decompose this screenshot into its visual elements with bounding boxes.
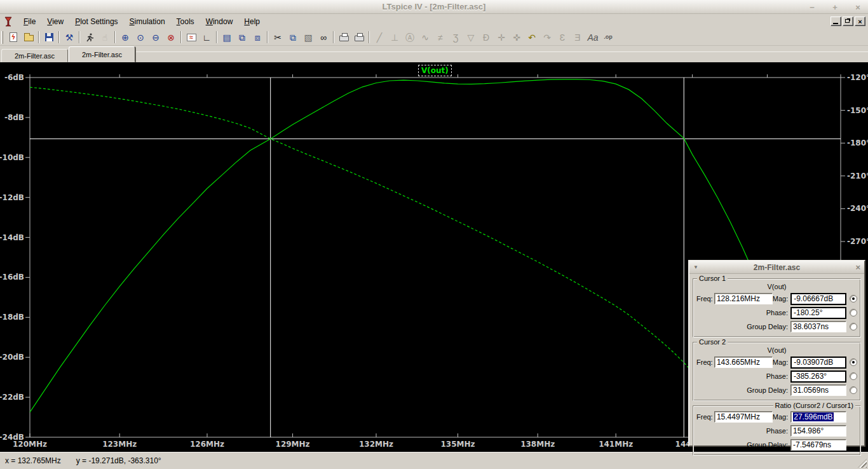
cursor1-gd-radio[interactable] <box>850 323 857 330</box>
cursor2-phase-radio[interactable] <box>850 372 857 380</box>
tile-vertical-icon[interactable]: ⧈ <box>250 31 265 44</box>
component-icon[interactable]: Ɖ <box>478 31 494 44</box>
ratio-gd-label: Group Delay: <box>747 441 790 449</box>
print-icon[interactable] <box>351 31 367 44</box>
window-close-button[interactable]: × <box>851 3 864 12</box>
drag-icon[interactable]: ✜ <box>509 31 524 44</box>
ratio-phase-field[interactable]: 154.986° <box>790 425 846 437</box>
restore-icon <box>845 19 850 23</box>
cursor1-gd-field[interactable]: 38.6037ns <box>790 321 846 332</box>
cascade-windows-icon[interactable]: ⧉ <box>234 31 250 44</box>
mdi-close-button[interactable]: × <box>855 17 865 26</box>
diode-icon[interactable]: ▽ <box>463 31 478 44</box>
cursor1-mag-field[interactable]: -9.06667dB <box>790 293 846 305</box>
wire-icon[interactable]: ╱ <box>372 31 387 44</box>
cursor2-phase-field[interactable]: -385.263° <box>790 370 846 383</box>
x-tick-label: 126MHz <box>190 440 224 449</box>
cursor2-gd-radio[interactable] <box>850 386 857 394</box>
menu-plot-settings[interactable]: Plot Settings <box>69 15 123 28</box>
halt-icon[interactable]: ☝ <box>97 31 112 44</box>
menu-file[interactable]: File <box>18 15 41 28</box>
ratio-gd-field[interactable]: -7.54679ns <box>790 439 846 451</box>
cursor-dialog[interactable]: ▼ 2m-Filter.asc × Cursor 1 V(out) Freq: … <box>688 260 865 447</box>
cursor1-freq-field[interactable]: 128.216MHz <box>714 293 773 304</box>
cursor1-phase-label: Phase: <box>766 309 790 316</box>
move-icon[interactable]: ✛ <box>494 31 509 44</box>
zoom-out-icon[interactable]: ⊖ <box>148 31 163 44</box>
tab-bar: 2m-Filter.asc2m-Filter.asc <box>0 46 868 62</box>
collapse-arrow-icon[interactable]: ▼ <box>693 264 698 270</box>
cursor-dialog-titlebar[interactable]: ▼ 2m-Filter.asc × <box>689 261 864 274</box>
zoom-area-icon[interactable]: ⊙ <box>133 31 148 44</box>
paste-icon[interactable]: ▧ <box>301 31 316 44</box>
ltspice-window: LTspice IV - [2m-Filter.asc] − + × FileV… <box>0 0 868 469</box>
ratio-freq-field[interactable]: 15.4497MHz <box>714 411 773 423</box>
plot-settings-icon[interactable]: ∟ <box>199 31 214 44</box>
resize-grip[interactable] <box>858 459 867 468</box>
ground-icon[interactable]: ⊥ <box>387 31 402 44</box>
menu-window[interactable]: Window <box>200 15 239 28</box>
control-panel-icon[interactable]: ⚒ <box>62 31 77 44</box>
cursor2-freq-field[interactable]: 143.665MHz <box>714 357 773 368</box>
tab-2-2m-filter.asc[interactable]: 2m-Filter.asc <box>69 46 135 62</box>
mdi-restore-button[interactable] <box>843 17 853 26</box>
menu-simulation[interactable]: Simulation <box>124 15 171 28</box>
menu-help[interactable]: Help <box>238 15 266 28</box>
ratio-mag-field[interactable]: 27.596mdB <box>790 411 846 423</box>
y-left-tick-label: -22dB <box>0 393 24 402</box>
menu-view[interactable]: View <box>41 15 69 28</box>
cut-icon[interactable]: ✂ <box>270 31 285 44</box>
cursor2-mag-field[interactable]: -9.03907dB <box>790 357 846 369</box>
undo-icon[interactable]: ↶ <box>524 31 539 44</box>
cursor1-phase-radio[interactable] <box>850 309 857 316</box>
window-minimize-button[interactable]: − <box>806 3 818 12</box>
zoom-extents-icon[interactable]: ⊗ <box>163 31 179 44</box>
rotate-icon[interactable]: Ǝ <box>570 31 585 44</box>
cursor2-gd-field[interactable]: 31.0569ns <box>790 384 846 396</box>
cursor2-signal: V(out) <box>696 346 857 355</box>
print-preview-icon[interactable] <box>336 31 351 44</box>
toolbar-drag-handle[interactable] <box>1 31 3 44</box>
resistor-icon[interactable]: ∿ <box>417 31 433 44</box>
cursor1-mag-radio[interactable] <box>850 295 857 302</box>
redo-icon[interactable]: ↷ <box>539 31 555 44</box>
window-maximize-button[interactable]: + <box>829 3 841 12</box>
cursor2-mag-radio[interactable] <box>850 358 857 366</box>
label-net-icon[interactable]: Ⓐ <box>402 31 417 44</box>
cursor2-mag-label: Mag: <box>773 358 790 366</box>
cursor2-legend: Cursor 2 <box>697 338 728 346</box>
capacitor-icon[interactable]: ≠ <box>433 31 448 44</box>
tab-1-2m-filter.asc[interactable]: 2m-Filter.asc <box>1 49 68 62</box>
menu-tools[interactable]: Tools <box>171 15 200 28</box>
toolbar-separator <box>180 31 182 43</box>
tile-horizontal-icon[interactable]: ▤ <box>219 31 234 44</box>
y-left-tick-label: -6dB <box>4 73 24 82</box>
cursor2-phase-label: Phase: <box>766 372 790 380</box>
mdi-minimize-button[interactable] <box>831 17 841 26</box>
inductor-icon[interactable]: Ʒ <box>448 31 463 44</box>
spice-directive-icon[interactable]: .op <box>600 31 616 44</box>
cursor2-gd-label: Group Delay: <box>747 386 790 394</box>
phase-trace[interactable] <box>30 87 705 384</box>
cursor1-phase-field[interactable]: -180.25° <box>790 307 846 319</box>
y-right-tick-label: -150° <box>847 106 868 115</box>
copy-icon[interactable]: ⧉ <box>285 31 301 44</box>
new-schematic-icon[interactable]: ϟ <box>6 31 21 44</box>
autorange-icon[interactable]: ≈ <box>184 31 199 44</box>
cursor-dialog-close-icon[interactable]: × <box>855 262 860 272</box>
y-left-tick-label: -14dB <box>0 233 24 242</box>
toolbar-separator <box>333 31 334 43</box>
y-left-tick-label: -20dB <box>0 353 24 362</box>
ratio-phase-label: Phase: <box>766 427 790 435</box>
run-icon[interactable] <box>82 31 97 44</box>
find-icon[interactable]: ∞ <box>316 31 331 44</box>
zoom-in-icon[interactable]: ⊕ <box>118 31 133 44</box>
trace-label[interactable]: V(out) <box>418 65 452 76</box>
save-icon[interactable] <box>41 31 57 44</box>
cursor2-group: Cursor 2 V(out) Freq: 143.665MHz Mag: -9… <box>693 342 861 401</box>
open-folder-icon[interactable] <box>21 31 36 44</box>
y-left-tick-label: -8dB <box>4 113 24 122</box>
mirror-icon[interactable]: Ɛ <box>555 31 570 44</box>
text-icon[interactable]: Aa <box>585 31 600 44</box>
toolbar-separator <box>79 31 80 43</box>
